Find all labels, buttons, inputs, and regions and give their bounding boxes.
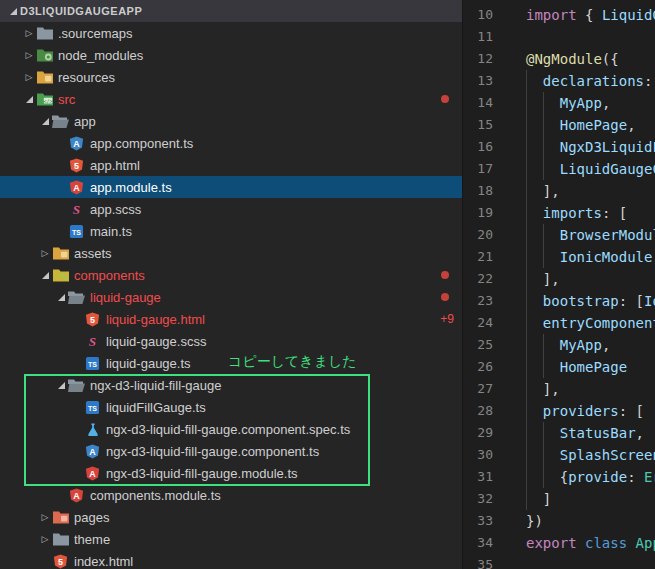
code-line[interactable]: 15 HomePage, xyxy=(463,114,655,136)
line-number: 22 xyxy=(463,268,493,290)
code-editor[interactable]: 10import { LiquidG1112@NgModule({13 decl… xyxy=(462,0,655,569)
html-icon: 5 xyxy=(68,157,85,173)
tree-item-liquid-gauge-html[interactable]: 5liquid-gauge.html+9 xyxy=(0,308,462,330)
code-line[interactable]: 12@NgModule({ xyxy=(463,48,655,70)
angular-module-icon: A xyxy=(68,487,85,503)
tree-item-liquidfillgauge-ts[interactable]: TSliquidFillGauge.ts xyxy=(0,396,462,418)
code-line[interactable]: 20 BrowserModul xyxy=(463,224,655,246)
code-line[interactable]: 28 providers: [ xyxy=(463,400,655,422)
code-line[interactable]: 10import { LiquidG xyxy=(463,4,655,26)
code-line[interactable]: 19 imports: [ xyxy=(463,202,655,224)
svg-text:A: A xyxy=(73,490,80,500)
tree-item-main-ts[interactable]: TSmain.ts xyxy=(0,220,462,242)
tree-item-pages[interactable]: ▷pages xyxy=(0,506,462,528)
code-text: ] xyxy=(493,488,551,510)
code-line[interactable]: 14 MyApp, xyxy=(463,92,655,114)
code-text: IonicModule. xyxy=(493,246,655,268)
code-line[interactable]: 17 LiquidGaugeC xyxy=(463,158,655,180)
file-name-label: liquid-gauge.ts xyxy=(106,356,462,371)
tree-item-src[interactable]: </>src xyxy=(0,88,462,110)
chevron-collapsed-icon[interactable]: ▷ xyxy=(22,29,36,38)
code-line[interactable]: 23 bootstrap: [Io xyxy=(463,290,655,312)
error-dot-badge xyxy=(441,95,449,103)
chevron-collapsed-icon[interactable]: ▷ xyxy=(38,535,52,544)
components-folder-icon xyxy=(52,267,69,283)
tree-item-app-component-ts[interactable]: Aapp.component.ts xyxy=(0,132,462,154)
tree-item-ngx-d3-liquid-fill-gauge-component-spec-ts[interactable]: ngx-d3-liquid-fill-gauge.component.spec.… xyxy=(0,418,462,440)
tree-item-liquid-gauge[interactable]: liquid-gauge xyxy=(0,286,462,308)
code-line[interactable]: 13 declarations: [ xyxy=(463,70,655,92)
angular-component-icon: A xyxy=(68,135,85,151)
code-text: {provide: Er xyxy=(493,466,655,488)
tree-item-app-html[interactable]: 5app.html xyxy=(0,154,462,176)
line-number: 17 xyxy=(463,158,493,180)
code-text: bootstrap: [Io xyxy=(493,290,655,312)
tree-item-resources[interactable]: ▷resources xyxy=(0,66,462,88)
folder-open-icon xyxy=(68,289,85,305)
tree-item-app-module-ts[interactable]: Aapp.module.ts xyxy=(0,176,462,198)
src-folder-icon: </> xyxy=(36,91,53,107)
chevron-expanded-icon[interactable] xyxy=(22,96,36,103)
line-number: 33 xyxy=(463,510,493,532)
line-number: 20 xyxy=(463,224,493,246)
line-number: 24 xyxy=(463,312,493,334)
tree-item-ngx-d3-liquid-fill-gauge[interactable]: ngx-d3-liquid-fill-gauge xyxy=(0,374,462,396)
tree-item-liquid-gauge-scss[interactable]: Sliquid-gauge.scss xyxy=(0,330,462,352)
chevron-expanded-icon[interactable] xyxy=(6,8,20,15)
code-line[interactable]: 11 xyxy=(463,26,655,48)
chevron-expanded-icon[interactable] xyxy=(54,382,68,389)
chevron-collapsed-icon[interactable]: ▷ xyxy=(38,249,52,258)
tree-item-node-modules[interactable]: ▷node_modules xyxy=(0,44,462,66)
code-line[interactable]: 30 SplashScreen xyxy=(463,444,655,466)
code-line[interactable]: 24 entryComponent xyxy=(463,312,655,334)
tree-item-ngx-d3-liquid-fill-gauge-module-ts[interactable]: Angx-d3-liquid-fill-gauge.module.ts xyxy=(0,462,462,484)
svg-text:S: S xyxy=(73,202,80,217)
code-line[interactable]: 35 xyxy=(463,554,655,569)
pages-folder-icon xyxy=(52,509,69,525)
chevron-expanded-icon[interactable] xyxy=(38,272,52,279)
tree-item-d3liquidgaugeapp[interactable]: D3LIQUIDGAUGEAPP xyxy=(0,0,462,22)
chevron-collapsed-icon[interactable]: ▷ xyxy=(22,73,36,82)
code-line[interactable]: 33}) xyxy=(463,510,655,532)
assets-folder-icon xyxy=(52,245,69,261)
chevron-expanded-icon[interactable] xyxy=(38,118,52,125)
file-name-label: components.module.ts xyxy=(90,488,462,503)
file-name-label: ngx-d3-liquid-fill-gauge xyxy=(90,378,462,393)
tree-item-index-html[interactable]: 5index.html xyxy=(0,550,462,569)
code-text: HomePage, xyxy=(493,114,636,136)
file-name-label: ngx-d3-liquid-fill-gauge.component.spec.… xyxy=(106,422,462,437)
code-line[interactable]: 27 ], xyxy=(463,378,655,400)
chevron-collapsed-icon[interactable]: ▷ xyxy=(22,51,36,60)
code-line[interactable]: 18 ], xyxy=(463,180,655,202)
line-number: 26 xyxy=(463,356,493,378)
tree-item-liquid-gauge-ts[interactable]: TSliquid-gauge.ts xyxy=(0,352,462,374)
code-line[interactable]: 31 {provide: Er xyxy=(463,466,655,488)
code-line[interactable]: 26 HomePage xyxy=(463,356,655,378)
line-number: 13 xyxy=(463,70,493,92)
file-name-label: main.ts xyxy=(90,224,462,239)
code-line[interactable]: 21 IonicModule. xyxy=(463,246,655,268)
code-text: ], xyxy=(493,378,560,400)
code-text: ], xyxy=(493,268,560,290)
svg-text:A: A xyxy=(89,446,96,456)
tree-item-assets[interactable]: ▷assets xyxy=(0,242,462,264)
chevron-expanded-icon[interactable] xyxy=(54,294,68,301)
code-line[interactable]: 34export class App xyxy=(463,532,655,554)
tree-item-ngx-d3-liquid-fill-gauge-component-ts[interactable]: Angx-d3-liquid-fill-gauge.component.ts xyxy=(0,440,462,462)
chevron-collapsed-icon[interactable]: ▷ xyxy=(38,513,52,522)
code-line[interactable]: 25 MyApp, xyxy=(463,334,655,356)
code-lines: 10import { LiquidG1112@NgModule({13 decl… xyxy=(463,4,655,569)
code-text: SplashScreen xyxy=(493,444,655,466)
code-line[interactable]: 32 ] xyxy=(463,488,655,510)
code-line[interactable]: 16 NgxD3LiquidF xyxy=(463,136,655,158)
tree-item--sourcemaps[interactable]: ▷.sourcemaps xyxy=(0,22,462,44)
code-line[interactable]: 22 ], xyxy=(463,268,655,290)
tree-item-theme[interactable]: ▷theme xyxy=(0,528,462,550)
file-tree: D3LIQUIDGAUGEAPP▷.sourcemaps▷node_module… xyxy=(0,0,462,569)
tree-item-components-module-ts[interactable]: Acomponents.module.ts xyxy=(0,484,462,506)
line-number: 30 xyxy=(463,444,493,466)
tree-item-app[interactable]: app xyxy=(0,110,462,132)
code-line[interactable]: 29 StatusBar, xyxy=(463,422,655,444)
tree-item-app-scss[interactable]: Sapp.scss xyxy=(0,198,462,220)
tree-item-components[interactable]: components xyxy=(0,264,462,286)
